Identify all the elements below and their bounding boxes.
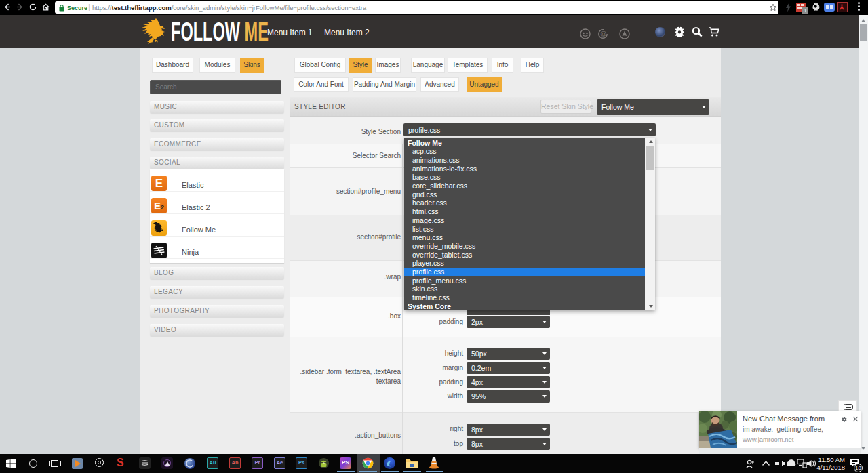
svg-text:@: @ <box>600 30 606 37</box>
